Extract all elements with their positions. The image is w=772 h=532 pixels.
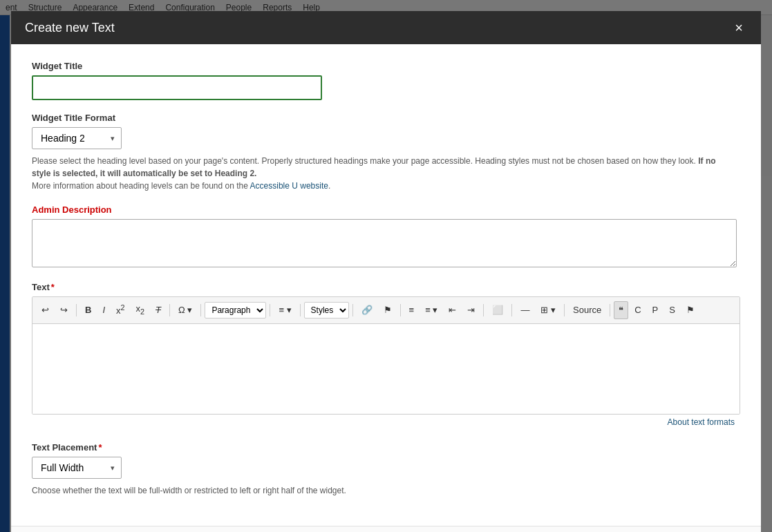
special-chars-button[interactable]: Ω ▾ xyxy=(173,301,197,319)
numbered-list-button[interactable]: ≡ ▾ xyxy=(420,301,442,319)
admin-description-input[interactable] xyxy=(32,219,737,267)
italic-button[interactable]: I xyxy=(97,301,110,319)
modal-body: Widget Title Widget Title Format Heading… xyxy=(11,44,761,526)
widget-title-input[interactable] xyxy=(32,75,322,100)
toolbar-sep-11 xyxy=(610,304,610,316)
superscript-button[interactable]: x2 xyxy=(111,300,130,321)
heading-select[interactable]: Heading 1 Heading 2 Heading 3 Heading 4 … xyxy=(32,127,122,149)
widget-title-format-group: Widget Title Format Heading 1 Heading 2 … xyxy=(32,113,740,192)
p-button[interactable]: P xyxy=(648,301,663,319)
paragraph-select-wrapper: Paragraph Heading 1 Heading 2 xyxy=(205,302,266,319)
toolbar-sep-9 xyxy=(511,304,512,316)
align-button[interactable]: ≡ ▾ xyxy=(274,301,296,319)
toolbar-sep-4 xyxy=(270,304,270,316)
modal-dialog: Create new Text × Widget Title Widget Ti… xyxy=(11,11,761,532)
text-placement-select-wrapper: Full Width Left Half Right Half ▾ xyxy=(32,457,122,479)
source-button[interactable]: Source xyxy=(568,301,606,319)
undo-button[interactable]: ↩ xyxy=(37,301,54,319)
flag-button[interactable]: ⚑ xyxy=(681,301,699,319)
text-editor-group: Text ↩ ↪ B I x2 x2 T Ω ▾ xyxy=(32,282,740,430)
toolbar-sep-10 xyxy=(564,304,565,316)
image-button[interactable]: ⬜ xyxy=(487,301,508,319)
toolbar-sep-3 xyxy=(200,304,201,316)
redo-button[interactable]: ↪ xyxy=(55,301,73,319)
modal-title: Create new Text xyxy=(25,21,115,35)
heading-hint-prefix: More information about heading levels ca… xyxy=(32,181,250,191)
toolbar-sep-8 xyxy=(483,304,484,316)
toolbar-sep-5 xyxy=(300,304,301,316)
admin-description-group: Admin Description xyxy=(32,205,740,269)
text-editor-content[interactable] xyxy=(32,324,740,414)
text-placement-hint: Choose whether the text will be full-wid… xyxy=(32,484,737,497)
indent-button[interactable]: ⇥ xyxy=(462,301,480,319)
modal-close-button[interactable]: × xyxy=(731,19,747,36)
about-text-formats-link[interactable]: About text formats xyxy=(668,417,735,427)
modal-footer: Save Cancel xyxy=(11,526,761,532)
editor-toolbar: ↩ ↪ B I x2 x2 T Ω ▾ Paragraph xyxy=(32,297,740,324)
accessible-u-link[interactable]: Accessible U website xyxy=(250,181,328,191)
toolbar-sep-1 xyxy=(76,304,77,316)
styles-select[interactable]: Styles xyxy=(304,302,349,319)
table-button[interactable]: ⊞ ▾ xyxy=(536,301,561,319)
paragraph-format-select[interactable]: Paragraph Heading 1 Heading 2 xyxy=(205,302,266,319)
outdent-button[interactable]: ⇤ xyxy=(444,301,461,319)
heading-select-wrapper: Heading 1 Heading 2 Heading 3 Heading 4 … xyxy=(32,127,122,149)
anchor-button[interactable]: ⚑ xyxy=(379,301,397,319)
hr-button[interactable]: — xyxy=(516,301,534,319)
modal-header: Create new Text × xyxy=(11,11,761,44)
heading-hint-text: Please select the heading level based on… xyxy=(32,155,737,192)
rich-text-editor: ↩ ↪ B I x2 x2 T Ω ▾ Paragraph xyxy=(32,296,740,415)
editor-footer: About text formats xyxy=(32,415,740,430)
block-quote-wrapper: ❝ Block quote xyxy=(614,301,628,319)
toolbar-sep-2 xyxy=(169,304,170,316)
bullet-list-button[interactable]: ≡ xyxy=(404,301,420,319)
modal-backdrop: Create new Text × Widget Title Widget Ti… xyxy=(0,0,772,532)
subscript-button[interactable]: x2 xyxy=(131,300,150,320)
toolbar-sep-7 xyxy=(400,304,401,316)
heading-hint-suffix: . xyxy=(328,181,330,191)
text-placement-group: Text Placement Full Width Left Half Righ… xyxy=(32,442,740,497)
toolbar-sep-6 xyxy=(352,304,353,316)
c-button[interactable]: C xyxy=(630,301,646,319)
bold-button[interactable]: B xyxy=(80,301,96,319)
link-button[interactable]: 🔗 xyxy=(357,301,377,319)
widget-title-label: Widget Title xyxy=(32,61,740,71)
widget-title-group: Widget Title xyxy=(32,61,740,100)
text-placement-label: Text Placement xyxy=(32,442,740,453)
block-quote-button[interactable]: ❝ xyxy=(614,301,628,319)
clear-format-button[interactable]: T xyxy=(151,301,166,319)
s-button[interactable]: S xyxy=(664,301,680,319)
text-placement-select[interactable]: Full Width Left Half Right Half xyxy=(32,457,122,479)
widget-title-format-label: Widget Title Format xyxy=(32,113,740,123)
admin-description-label: Admin Description xyxy=(32,205,740,215)
text-label: Text xyxy=(32,282,740,292)
styles-select-wrapper: Styles xyxy=(304,302,349,319)
